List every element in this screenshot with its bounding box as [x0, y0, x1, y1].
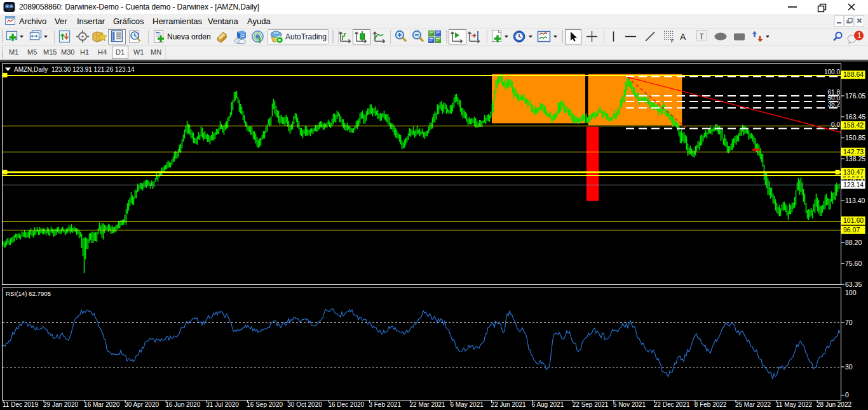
svg-text:Nueva orden: Nueva orden	[167, 32, 211, 41]
svg-text:38.2: 38.2	[828, 101, 841, 108]
svg-text:22 Dec 2021: 22 Dec 2021	[654, 401, 690, 408]
svg-text:11 Dec 2019: 11 Dec 2019	[3, 401, 38, 408]
svg-text:176.05: 176.05	[845, 92, 865, 100]
svg-text:158.42: 158.42	[843, 121, 864, 129]
svg-text:63.35: 63.35	[845, 281, 862, 288]
svg-text:0.0: 0.0	[831, 121, 840, 128]
svg-text:163.45: 163.45	[845, 113, 865, 121]
svg-text:28 Jun 2022: 28 Jun 2022	[817, 401, 851, 408]
svg-text:96.07: 96.07	[843, 226, 860, 234]
svg-text:11 May 2022: 11 May 2022	[776, 401, 813, 408]
svg-text:25 Mar 2022: 25 Mar 2022	[735, 401, 771, 408]
svg-text:30 Oct 2020: 30 Oct 2020	[287, 401, 322, 408]
svg-text:16 Dec 2020: 16 Dec 2020	[328, 401, 364, 408]
svg-text:31 Jul 2020: 31 Jul 2020	[206, 401, 239, 408]
svg-text:100.0: 100.0	[824, 69, 840, 76]
svg-text:30 Apr 2020: 30 Apr 2020	[125, 401, 159, 408]
svg-text:3 Feb 2021: 3 Feb 2021	[369, 401, 401, 408]
svg-text:22 Mar 2021: 22 Mar 2021	[410, 401, 446, 408]
svg-text:16 Mar 2020: 16 Mar 2020	[84, 401, 120, 408]
svg-text:5 Nov 2021: 5 Nov 2021	[613, 401, 646, 408]
svg-text:101.60: 101.60	[843, 216, 864, 224]
svg-text:16 Jun 2020: 16 Jun 2020	[165, 401, 200, 408]
svg-text:113.40: 113.40	[845, 197, 865, 204]
svg-text:RSI(14) 62.7905: RSI(14) 62.7905	[6, 290, 51, 297]
svg-text:29 Jan 2020: 29 Jan 2020	[43, 401, 78, 408]
svg-text:30: 30	[845, 363, 853, 371]
svg-text:22 Jun 2021: 22 Jun 2021	[491, 401, 526, 408]
svg-text:0: 0	[845, 391, 849, 399]
svg-text:150.85: 150.85	[845, 134, 865, 142]
svg-text:100: 100	[845, 289, 857, 296]
svg-text:142.73: 142.73	[843, 148, 864, 155]
svg-text:130.47: 130.47	[843, 168, 864, 176]
svg-text:A: A	[680, 32, 686, 42]
svg-text:22 Sep 2021: 22 Sep 2021	[573, 401, 609, 408]
svg-text:75.60: 75.60	[845, 260, 862, 267]
svg-text:AMZN,Daily 123.30 123.91 121.: AMZN,Daily 123.30 123.91 121.26 123.14	[14, 66, 135, 73]
svg-text:8 Feb 2022: 8 Feb 2022	[695, 401, 727, 408]
svg-text:T: T	[700, 32, 705, 41]
svg-text:188.64: 188.64	[843, 70, 864, 78]
svg-text:AutoTrading: AutoTrading	[285, 32, 327, 41]
svg-text:16 Sep 2020: 16 Sep 2020	[247, 401, 283, 408]
svg-text:6 Aug 2021: 6 Aug 2021	[532, 401, 564, 408]
svg-text:70: 70	[845, 319, 853, 326]
svg-text:F: F	[671, 39, 674, 43]
svg-text:50.0: 50.0	[828, 95, 841, 102]
svg-text:6 May 2021: 6 May 2021	[451, 401, 484, 408]
svg-text:1: 1	[857, 31, 862, 40]
svg-text:88.20: 88.20	[845, 239, 862, 246]
svg-text:123.14: 123.14	[843, 181, 864, 188]
